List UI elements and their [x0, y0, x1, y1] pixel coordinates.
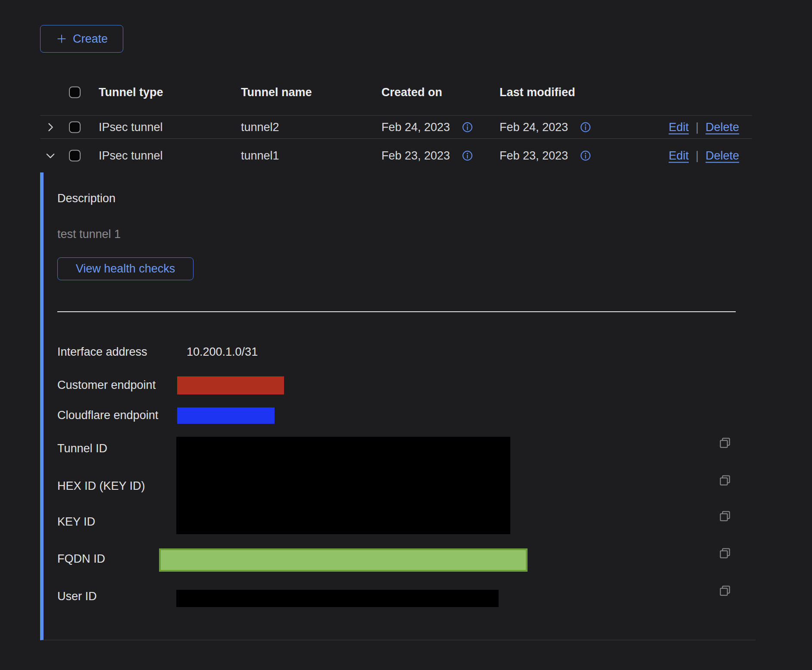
created-on-cell: Feb 23, 2023 — [381, 149, 450, 163]
hex-id-label: HEX ID (KEY ID) — [57, 479, 145, 493]
copy-key-id-icon[interactable] — [718, 510, 731, 523]
customer-endpoint-label: Customer endpoint — [57, 378, 156, 392]
last-modified-cell: Feb 23, 2023 — [500, 149, 568, 163]
table-header-row: Tunnel type Tunnel name Created on Last … — [40, 69, 752, 116]
table-row: IPsec tunnel tunnel1 Feb 23, 2023 Feb 23… — [40, 139, 752, 172]
tunnel-name-cell: tunnel2 — [241, 120, 279, 134]
create-button[interactable]: Create — [40, 25, 123, 53]
row-actions: Edit | Delete — [668, 149, 739, 163]
ids-redacted-value — [176, 437, 510, 534]
header-tunnel-type: Tunnel type — [99, 85, 163, 99]
action-separator: | — [696, 149, 699, 163]
user-id-label: User ID — [57, 589, 97, 603]
description-value: test tunnel 1 — [57, 227, 121, 241]
cloudflare-endpoint-redacted-value — [177, 407, 275, 424]
description-label: Description — [57, 191, 116, 205]
tunnels-page: Create Tunnel type Tunnel name Created o… — [0, 0, 812, 670]
tunnel-id-label: Tunnel ID — [57, 441, 107, 455]
table-row: IPsec tunnel tunnel2 Feb 24, 2023 Feb 24… — [40, 116, 752, 139]
select-all-checkbox[interactable] — [69, 86, 81, 98]
copy-hex-id-icon[interactable] — [718, 474, 731, 487]
plus-icon — [56, 33, 68, 45]
create-button-label: Create — [73, 32, 108, 46]
cloudflare-endpoint-label: Cloudflare endpoint — [57, 408, 158, 422]
edit-link[interactable]: Edit — [668, 149, 689, 163]
key-id-label: KEY ID — [57, 515, 95, 529]
fqdn-id-label: FQDN ID — [57, 552, 105, 566]
action-separator: | — [696, 120, 699, 134]
chevron-down-icon[interactable] — [44, 150, 56, 162]
customer-endpoint-redacted-value — [177, 376, 284, 394]
last-modified-cell: Feb 24, 2023 — [500, 120, 568, 134]
header-tunnel-name: Tunnel name — [241, 85, 312, 99]
info-icon[interactable] — [580, 121, 591, 133]
section-divider — [57, 311, 736, 312]
header-created-on: Created on — [381, 85, 442, 99]
row-checkbox[interactable] — [69, 150, 81, 162]
tunnel-detail-panel: Description test tunnel 1 View health ch… — [40, 172, 756, 640]
chevron-right-icon[interactable] — [44, 121, 56, 133]
header-last-modified: Last modified — [500, 85, 575, 99]
view-health-checks-button[interactable]: View health checks — [57, 257, 194, 280]
tunnel-name-cell: tunnel1 — [241, 149, 279, 163]
copy-tunnel-id-icon[interactable] — [718, 436, 731, 449]
interface-address-value: 10.200.1.0/31 — [187, 345, 258, 359]
tunnel-type-cell: IPsec tunnel — [99, 120, 163, 134]
interface-address-label: Interface address — [57, 345, 147, 359]
row-actions: Edit | Delete — [668, 120, 739, 134]
copy-fqdn-id-icon[interactable] — [718, 547, 731, 560]
info-icon[interactable] — [580, 150, 591, 162]
delete-link[interactable]: Delete — [706, 149, 739, 163]
created-on-cell: Feb 24, 2023 — [381, 120, 450, 134]
user-id-redacted-value — [176, 590, 499, 607]
edit-link[interactable]: Edit — [668, 120, 689, 134]
copy-user-id-icon[interactable] — [718, 584, 731, 597]
info-icon[interactable] — [462, 121, 473, 133]
fqdn-id-redacted-value — [159, 548, 528, 572]
delete-link[interactable]: Delete — [706, 120, 739, 134]
row-checkbox[interactable] — [69, 121, 81, 133]
info-icon[interactable] — [462, 150, 473, 162]
tunnel-type-cell: IPsec tunnel — [99, 149, 163, 163]
